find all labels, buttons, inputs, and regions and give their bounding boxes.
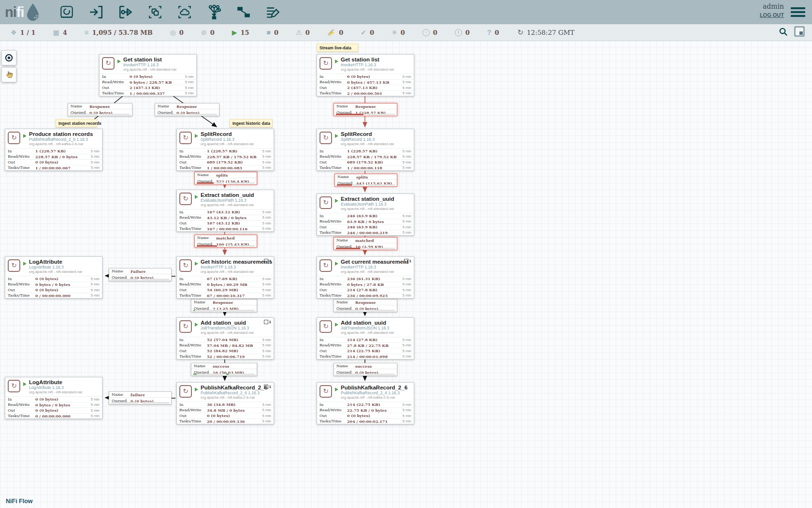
processor-name: SplitRecord xyxy=(341,131,394,137)
processor[interactable]: ↻Get station listInvokeHTTP 1.16.3org.ap… xyxy=(99,54,197,96)
connection-label[interactable]: NameResponseQueued0 (0 bytes) xyxy=(68,103,132,116)
connection-label[interactable]: NamefailureQueued0 (0 bytes) xyxy=(109,391,172,404)
processor-titles: PublishKafkaRecord_2_6PublishKafkaRecord… xyxy=(201,385,267,400)
processor[interactable]: ↻Get station listInvokeHTTP 1.16.3org.ap… xyxy=(317,54,414,96)
connection-queued-row: Queued0 (0 bytes) xyxy=(334,369,397,375)
stat-window: 5 min xyxy=(91,282,100,286)
refresh-icon[interactable]: ↻ xyxy=(517,28,523,37)
operate-palette-button[interactable] xyxy=(1,67,16,82)
stat-label: In xyxy=(319,277,347,281)
queue-count-fill xyxy=(337,184,352,186)
connection-label[interactable]: NamesplitsQueued443 (115.62 KB) xyxy=(334,174,397,187)
connection-label[interactable]: NamesuccessQueued0 (0 bytes) xyxy=(334,363,397,376)
processor-header: ↻Get current measurementInvokeHTTP 1.16.… xyxy=(317,257,414,275)
connection-label[interactable]: NameResponseQueued0 (0 bytes) xyxy=(155,103,219,116)
processor-titles: Get station listInvokeHTTP 1.16.3org.apa… xyxy=(123,57,176,72)
processor-type: EvaluateJsonPath 1.16.3 xyxy=(341,202,394,207)
connection-label[interactable]: NameResponseQueued1 (228.57 KB) xyxy=(334,103,397,116)
processor[interactable]: ↻LogAttributeLogAttribute 1.16.3org.apac… xyxy=(5,377,102,419)
stat-label: Out xyxy=(179,160,207,164)
processor-name: PublishKafkaRecord_2_6 xyxy=(341,385,407,390)
logout-link[interactable]: LOG OUT xyxy=(760,12,784,18)
stat-row-tasks: Tasks/Time1 / 00:00:00.3375 min xyxy=(100,90,196,96)
queue-size-bar xyxy=(102,114,130,115)
label-tool-icon[interactable] xyxy=(265,4,281,20)
stat-window: 5 min xyxy=(262,403,271,407)
stat-window: 5 min xyxy=(91,414,100,418)
processor-header: ↻PublishKafkaRecord_2_6PublishKafkaRecor… xyxy=(317,383,414,401)
processor-stats: In52 (57.04 MB)5 minRead/Write57.04 MB /… xyxy=(177,337,274,359)
connection-queued-row: Queued0 (0 bytes) xyxy=(68,109,132,116)
stat-window: 5 min xyxy=(403,419,411,423)
search-icon[interactable] xyxy=(779,27,788,38)
nifi-drop-icon xyxy=(24,2,42,22)
processor[interactable]: ↻Extract station_uuidEvaluateJsonPath 1.… xyxy=(176,190,274,232)
processor-header: ↻Extract station_uuidEvaluateJsonPath 1.… xyxy=(317,194,414,212)
processor-type: InvokeHTTP 1.16.3 xyxy=(123,62,176,67)
processor-tool-icon[interactable] xyxy=(58,4,75,20)
processor-header: ↻SplitRecordSplitRecord 1.16.3org.apache… xyxy=(317,129,414,147)
processor[interactable]: ↻Get current measurementInvokeHTTP 1.16.… xyxy=(317,256,414,299)
processor-stats: In167 (43.12 KB)5 minRead/Write43.12 KB … xyxy=(177,209,274,231)
funnel-tool-icon[interactable] xyxy=(206,4,222,20)
navigate-palette-button[interactable] xyxy=(1,50,16,65)
stat-label: In xyxy=(179,149,207,153)
connection-name-row: Namesuccess xyxy=(334,363,397,369)
connection-label[interactable]: NamematchedQueued100 (25.43 KB) xyxy=(194,235,257,248)
stat-window: 5 min xyxy=(185,75,194,79)
processor[interactable]: ↻Produce station recordsPublishKafkaReco… xyxy=(5,129,102,171)
stat-row-in: In52 (57.04 MB)5 min xyxy=(177,337,274,343)
connection-label[interactable]: NameFailureQueued0 (0 bytes) xyxy=(109,268,172,281)
processor[interactable]: ↻Add station_uuidJoltTransformJSON 1.16.… xyxy=(317,317,414,359)
global-menu-icon[interactable] xyxy=(791,5,805,19)
processor-header: ↻Get station listInvokeHTTP 1.16.3org.ap… xyxy=(317,55,414,73)
processor[interactable]: ↻Add station_uuidJoltTransformJSON 1.16.… xyxy=(176,317,274,359)
processor[interactable]: ↻LogAttributeLogAttribute 1.16.3org.apac… xyxy=(5,256,102,299)
processor[interactable]: ↻PublishKafkaRecord_2_6PublishKafkaRecor… xyxy=(317,382,414,424)
processor-titles: Produce station recordsPublishKafkaRecor… xyxy=(29,131,93,146)
current-user: admin xyxy=(760,2,784,10)
status-item-stopped-components: ■0 xyxy=(267,29,279,36)
stat-row-in: In0 (0 bytes)5 min xyxy=(5,396,102,402)
connection-label[interactable]: NamematchedQueued10 (2.59 KB) xyxy=(334,237,397,250)
processor[interactable]: ↻Extract station_uuidEvaluateJsonPath 1.… xyxy=(317,194,414,236)
breadcrumb[interactable]: NiFi Flow xyxy=(6,498,33,505)
connection-label[interactable]: NamesuccessQueued16 (50.03 MB) xyxy=(191,363,257,376)
stat-label: In xyxy=(319,403,347,407)
connection-label[interactable]: NameResponseQueued2 (3.25 MB) xyxy=(191,299,257,312)
queue-size-bar xyxy=(228,245,255,247)
processor-stats: In0 (0 bytes)5 minRead/Write0 bytes / 45… xyxy=(317,74,414,96)
remote-process-group-tool-icon[interactable] xyxy=(176,4,193,20)
canvas-label[interactable]: Stream live-data xyxy=(317,44,358,52)
queue-count-fill xyxy=(336,248,360,249)
canvas-label[interactable]: Ingest historic data xyxy=(230,119,273,127)
processor-type: InvokeHTTP 1.16.3 xyxy=(201,265,272,269)
input-port-tool-icon[interactable] xyxy=(88,4,104,20)
processor-name: LogAttribute xyxy=(29,259,82,265)
connection-label[interactable]: NameResponseQueued0 (0 bytes) xyxy=(334,299,397,312)
processor-type: SplitRecord 1.16.3 xyxy=(341,137,394,142)
processor[interactable]: ↻Get historic measurementsInvokeHTTP 1.1… xyxy=(176,256,274,299)
status-value-stale-versioned: 0 xyxy=(433,29,437,36)
stat-window: 5 min xyxy=(262,288,271,292)
panel-toggle-icon[interactable] xyxy=(794,26,805,39)
connection-label[interactable]: NamesplitsQueued522 (136.4 KB) xyxy=(194,172,257,185)
status-item-invalid-components: ⚠0 xyxy=(296,29,310,36)
stat-label: Read/Write xyxy=(319,80,347,84)
processor-stats: In246 (63.9 KB)5 minRead/Write63.9 KB / … xyxy=(317,213,414,235)
processor-stats: In1 (228.57 KB)5 minRead/Write228.57 KB … xyxy=(317,148,414,170)
stat-window: 5 min xyxy=(403,403,411,407)
processor[interactable]: ↻SplitRecordSplitRecord 1.16.3org.apache… xyxy=(317,129,414,171)
up-to-date-versioned-icon: ✓ xyxy=(361,29,366,36)
output-port-tool-icon[interactable] xyxy=(117,4,134,20)
processor[interactable]: ↻PublishKafkaRecord_2_6PublishKafkaRecor… xyxy=(176,382,274,424)
status-value-locally-modified-and-stale-versioned: 0 xyxy=(465,29,470,36)
stat-window: 5 min xyxy=(403,282,411,286)
canvas-label[interactable]: Ingest station records xyxy=(56,119,97,127)
status-item-not-transmitting-remote-groups: ⊘0 xyxy=(201,29,215,36)
process-group-tool-icon[interactable] xyxy=(147,4,163,20)
processor[interactable]: ↻SplitRecordSplitRecord 1.16.3org.apache… xyxy=(176,129,274,171)
processor-stats: In1 (228.57 KB)5 minRead/Write228.57 KB … xyxy=(5,148,102,170)
connection-name-row: Namesuccess xyxy=(191,363,257,369)
template-tool-icon[interactable] xyxy=(235,4,252,20)
